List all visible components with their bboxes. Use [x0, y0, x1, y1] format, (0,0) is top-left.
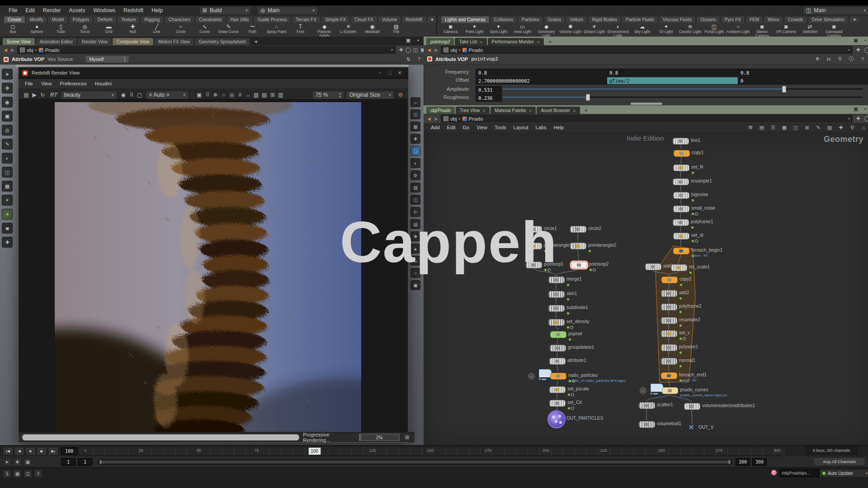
image-icon[interactable]: ▤ [260, 92, 269, 98]
add-icon[interactable]: ✚ [2, 237, 13, 248]
grid-icon[interactable]: ⠿ [203, 92, 212, 98]
tab-take-list[interactable]: Take List✕ [455, 38, 486, 45]
back-icon[interactable]: ◀ [426, 116, 432, 121]
node-flag-dot[interactable] [691, 239, 694, 243]
tab-animation-editor[interactable]: Animation Editor [36, 38, 77, 45]
node-resample1[interactable] [673, 178, 689, 185]
shelf-tool-stereo-camera[interactable]: ◙Stereo Camera [750, 23, 774, 38]
shelf-tool-portal-light[interactable]: ◫Portal Light [702, 23, 726, 34]
shelf-tool-area-light[interactable]: ▭Area Light [510, 23, 534, 34]
node-add1[interactable] [645, 263, 661, 270]
node-flag-dot[interactable] [691, 254, 694, 258]
shelf-tool-l-system[interactable]: ✳L-System [336, 23, 360, 34]
region-icon[interactable]: # [236, 92, 244, 98]
camera-icon[interactable]: ◙ [2, 223, 13, 234]
node-flag-dot[interactable] [567, 407, 571, 410]
network-menu-view[interactable]: View [473, 124, 491, 131]
node-scatter1[interactable] [639, 402, 655, 409]
node-OUT_PARTICLES[interactable] [547, 410, 566, 428]
node-volumetrail1[interactable] [639, 421, 655, 428]
node-flag-dot[interactable] [572, 380, 575, 383]
tab-material-palette[interactable]: Material Palette✕ [491, 107, 536, 114]
snap-icon[interactable]: ◎ [2, 125, 13, 136]
node-flag-dot[interactable] [695, 212, 698, 216]
shelf-tab-particles[interactable]: Particles [518, 16, 543, 23]
tab-tree-view[interactable]: Tree View✕ [456, 107, 490, 114]
pin-icon[interactable]: ✚ [397, 47, 405, 53]
target-icon[interactable]: ◎ [228, 92, 236, 98]
node-flag-dot[interactable] [566, 312, 570, 315]
shelf-tab-constraints[interactable]: Constraints [195, 16, 226, 23]
shelf-tab-vellum[interactable]: Vellum [566, 16, 587, 23]
houdini-badge-icon[interactable]: H [825, 56, 832, 62]
tools-icon[interactable]: ⚒ [747, 125, 754, 131]
shelf-tool-sky-light[interactable]: ☁Sky Light [630, 23, 654, 34]
shelf-tab-grains[interactable]: Grains [544, 16, 565, 23]
menu-help[interactable]: Help [147, 6, 167, 14]
jump-start-button[interactable]: |◀ [3, 447, 13, 455]
shelf-tab-modify[interactable]: Modify [26, 16, 47, 23]
close-icon[interactable]: ✕ [483, 109, 486, 113]
desktop-dropdown[interactable]: ⊞ Build ▾ [199, 6, 251, 15]
tab-geometry-spreadsheet[interactable]: Geometry Spreadsheet [195, 38, 250, 45]
back-icon[interactable]: ◀ [3, 47, 8, 52]
close-icon[interactable]: ✕ [529, 109, 532, 113]
material-icon[interactable]: ▨ [410, 183, 420, 192]
close-icon[interactable]: ✕ [573, 109, 576, 113]
menu-render[interactable]: Render [39, 6, 65, 14]
grid-icon[interactable]: ▦ [2, 181, 13, 192]
param-field-frequency-2[interactable]: 0.8 [738, 69, 868, 76]
ref-icon[interactable]: ⊞ [803, 125, 811, 131]
hatch-icon[interactable]: ▨ [252, 92, 260, 98]
param-slider-amplitude[interactable] [503, 86, 863, 92]
grid-icon[interactable]: ▦ [781, 125, 788, 131]
range-end-field[interactable]: 300 [752, 458, 767, 466]
back-icon[interactable]: ◀ [426, 47, 432, 52]
playback-end-field[interactable]: 300 [736, 458, 750, 466]
node-polywire1[interactable] [661, 344, 677, 351]
node-name-field[interactable]: pointvop2 [471, 56, 498, 62]
frame-icon[interactable]: ▢ [410, 146, 420, 156]
shelf-tab-viscous-fluids[interactable]: Viscous Fluids [659, 16, 696, 23]
menu-windows[interactable]: Windows [89, 6, 119, 14]
render-menu-file[interactable]: File [21, 80, 37, 87]
node-flag-dot[interactable] [695, 239, 698, 243]
info-icon[interactable]: ⓘ [848, 56, 855, 62]
shelf-tool-tube[interactable]: ▯Tube [49, 23, 73, 34]
node-add2[interactable] [661, 290, 677, 297]
pin-icon[interactable]: ✚ [837, 125, 844, 131]
param-field-offset-2[interactable]: 0 [738, 77, 868, 84]
play-button[interactable]: ▶ [37, 447, 47, 455]
search-icon[interactable]: ⚲ [849, 125, 856, 131]
window-title-bar[interactable]: ◉ Redshift Render View − □ ✕ [19, 67, 408, 79]
home-icon[interactable]: ⌂ [410, 97, 420, 107]
node-resample2[interactable] [661, 317, 677, 324]
node-set_v[interactable] [661, 330, 677, 337]
node-groupdelete1[interactable] [550, 345, 566, 352]
panel-icon[interactable]: ◫ [24, 469, 32, 478]
settings-icon[interactable]: ⚙ [410, 170, 420, 180]
sort-icon[interactable]: ⇅ [405, 56, 412, 62]
menu-edit[interactable]: Edit [21, 6, 39, 14]
magnify-icon[interactable]: ○ [220, 92, 228, 98]
shelf-tool-ambient-light[interactable]: ○Ambient Light [726, 23, 750, 34]
jump-end-button[interactable]: ▶| [48, 447, 58, 455]
grid-icon[interactable]: ▦ [410, 122, 420, 131]
shelf-tab-cloud-fx[interactable]: Cloud FX [350, 16, 377, 23]
node-set_Cd[interactable] [549, 400, 566, 407]
shade-icon[interactable]: ◐ [2, 153, 13, 164]
slider-handle[interactable] [782, 86, 786, 93]
node-pointvop2[interactable] [571, 262, 587, 268]
shelf-tool-metaball[interactable]: ◉Metaball [360, 23, 384, 34]
shelf-tab-wires[interactable]: Wires [764, 16, 783, 23]
shelf-tab-pyro-fx[interactable]: Pyro FX [721, 16, 745, 23]
vex-source-dropdown[interactable]: Myself ▴▾ [85, 55, 129, 63]
network-menu-edit[interactable]: Edit [443, 124, 459, 131]
shelf-tab-drive-simulation[interactable]: Drive Simulation [808, 16, 849, 23]
image-add-icon[interactable]: ⊞ [269, 92, 277, 98]
node-flag-dot[interactable] [568, 380, 571, 383]
menu-assets[interactable]: Assets [65, 6, 89, 14]
shelf-tool-font[interactable]: TFont [288, 23, 312, 34]
node-flag-dot[interactable] [679, 310, 682, 314]
move-icon[interactable]: ✥ [2, 83, 13, 94]
